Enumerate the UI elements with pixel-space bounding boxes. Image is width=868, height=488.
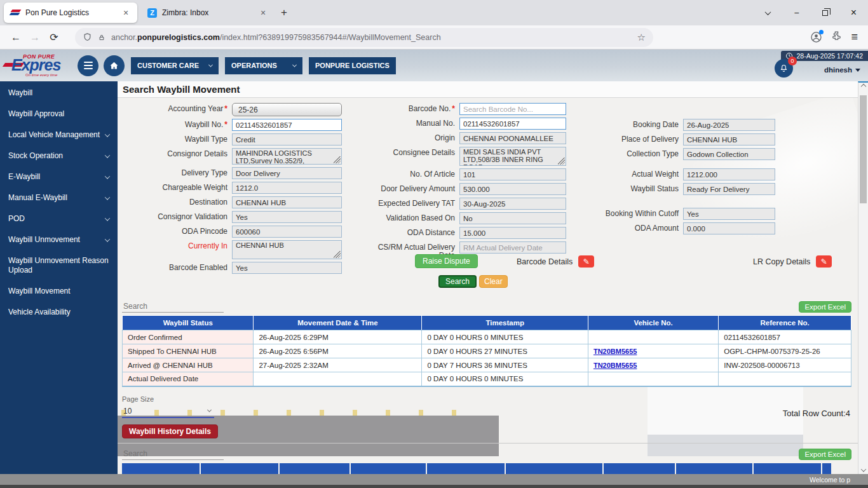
account-icon[interactable] [810, 31, 822, 43]
close-window-button[interactable]: × [839, 0, 868, 25]
form-field-accounting-year: Accounting Year*25-26 [122, 103, 342, 116]
raise-dispute-button[interactable]: Raise Dispute [415, 254, 478, 268]
sidebar-item-waybill[interactable]: Waybill [0, 83, 118, 104]
form-field-manual-no: Manual No. [362, 118, 566, 130]
zimbra-favicon: Z [147, 8, 157, 18]
new-tab-button[interactable]: + [275, 3, 294, 22]
chevron-down-icon [105, 132, 110, 137]
main-content: Search Waybill Movement Accounting Year*… [118, 81, 858, 474]
field-label: Booking Date [597, 119, 683, 129]
chevron-down-icon [105, 194, 110, 200]
history-column-header [122, 463, 200, 475]
barcode-details-edit-button[interactable]: ✎ [578, 255, 594, 268]
minimize-button[interactable]: − [782, 0, 811, 25]
sidebar-item-vehicle-availability[interactable]: Vehicle Availability [0, 302, 118, 323]
browser-menu-icon[interactable]: ≡ [851, 30, 858, 44]
field-label: Waybill Type [122, 133, 232, 144]
field-input-waybill-no[interactable] [232, 119, 342, 131]
nav-customer-care[interactable]: CUSTOMER CARE [131, 57, 219, 74]
sidebar-item-waybill-movement[interactable]: Waybill Movement [0, 281, 118, 302]
field-label: Consignor Details [122, 148, 232, 158]
cell-movement-datetime: 27-Aug-2025 2:32AM [254, 358, 422, 372]
home-button[interactable] [104, 55, 125, 76]
field-input-manual-no[interactable] [459, 118, 566, 130]
form-gap [597, 198, 775, 205]
form-field-waybill-no: Waybill No.* [122, 119, 342, 131]
field-input-waybill-status [683, 183, 775, 195]
nav-operations[interactable]: OPERATIONS [225, 57, 302, 74]
sidebar-item-label: Waybill Unmovement [8, 235, 80, 245]
lock-icon[interactable] [97, 33, 106, 42]
sidebar-item-label: Waybill [8, 88, 32, 98]
sidebar-item-waybill-approval[interactable]: Waybill Approval [0, 104, 118, 125]
restore-button[interactable] [811, 0, 839, 25]
forward-icon[interactable]: → [25, 28, 44, 47]
field-label: Chargeable Weight [122, 182, 232, 192]
vehicle-link[interactable]: TN20BM5655 [593, 362, 637, 369]
history-column-header [604, 463, 675, 475]
form-field-collection-type: Collection Type [597, 148, 775, 160]
nav-ponpure-logistics[interactable]: PONPURE LOGISTICS [309, 57, 396, 74]
field-label: ODA Amount [597, 222, 683, 233]
form-field-expected-delivery-tat: Expected Delivery TAT [362, 198, 566, 210]
field-input-barcode-no[interactable] [459, 103, 566, 115]
required-star: * [452, 104, 455, 113]
clear-button[interactable]: Clear [479, 275, 508, 288]
vehicle-link[interactable]: TN20BM5655 [593, 348, 637, 355]
notifications-button[interactable]: 0 [775, 59, 793, 78]
history-search-input[interactable] [122, 448, 224, 460]
results-search-input[interactable] [122, 301, 224, 313]
column-header-timestamp: Timestamp [422, 316, 588, 330]
history-column-header [280, 463, 349, 475]
field-input-collection-type [683, 148, 775, 160]
bell-icon [779, 64, 789, 73]
movement-table-head: Waybill StatusMovement Date & TimeTimest… [123, 316, 851, 330]
export-excel-button[interactable]: Export Excel [799, 301, 851, 313]
form-field-delivery-type: Delivery Type [122, 167, 342, 179]
cell-reference-no: OGPL-CHPM-0075379-25-26 [719, 344, 851, 358]
waybill-history-details-button[interactable]: Waybill History Details [122, 424, 218, 438]
sidebar-item-label: POD [8, 214, 25, 224]
user-menu[interactable]: dhinesh [824, 66, 860, 74]
tab-zimbra-inbox[interactable]: Z Zimbra: Inbox × [141, 3, 275, 23]
tab-pon-pure-logistics[interactable]: Pon Pure Logistics × [4, 3, 137, 23]
column-header-vehicle-no: Vehicle No. [588, 316, 718, 330]
extensions-puzzle-icon[interactable] [831, 30, 842, 44]
scroll-up-icon[interactable] [858, 85, 868, 88]
close-tab-icon[interactable]: × [121, 8, 131, 18]
field-input-expected-delivery-tat [459, 198, 566, 210]
history-export-excel-button[interactable]: Export Excel [799, 449, 851, 460]
field-select-accounting-year[interactable]: 25-26 [232, 103, 342, 116]
scrollbar-thumb[interactable] [860, 95, 867, 203]
page-size-select[interactable]: 10 [122, 405, 214, 418]
scroll-down-icon[interactable] [858, 468, 868, 472]
sidebar-item-manual-e-waybill[interactable]: Manual E-Waybill [0, 187, 118, 208]
shield-icon[interactable] [83, 32, 92, 42]
reload-icon[interactable]: ⟳ [44, 28, 64, 47]
chevron-down-icon [207, 408, 212, 412]
close-tab-icon[interactable]: × [258, 8, 268, 18]
address-bar[interactable]: anchor.ponpurelogistics.com/index.html?6… [75, 28, 653, 47]
tab-list-chevron-icon[interactable] [754, 0, 782, 25]
field-input-delivery-type [232, 167, 342, 179]
field-label: Manual No. [362, 118, 459, 128]
chevron-down-icon [105, 152, 110, 158]
sidebar-item-local-vehicle-management[interactable]: Local Vehicle Management [0, 125, 118, 146]
bookmark-star-icon[interactable]: ☆ [637, 32, 646, 43]
sidebar-item-e-waybill[interactable]: E-Waybill [0, 166, 118, 187]
required-star: * [224, 120, 227, 129]
sidebar-item-label: Vehicle Availability [8, 308, 71, 317]
sidebar-item-pod[interactable]: POD [0, 208, 118, 229]
sidebar-item-waybill-unmovement-reason-upload[interactable]: Waybill Unmovement Reason Upload [0, 250, 118, 281]
back-icon[interactable]: ← [6, 28, 25, 47]
field-label: ODA Pincode [122, 226, 232, 236]
sidebar-item-stock-operation[interactable]: Stock Operation [0, 146, 118, 166]
page-scrollbar[interactable] [858, 81, 868, 474]
search-button[interactable]: Search [438, 275, 477, 288]
sidebar-item-waybill-unmovement[interactable]: Waybill Unmovement [0, 229, 118, 250]
field-textarea-consignor-details: MAHINDRA LOGISTICS LTD,Survey No.352/9, … [232, 148, 342, 165]
lr-copy-details-edit-button[interactable]: ✎ [816, 255, 832, 268]
field-label: Door Delivery Amount [362, 183, 459, 193]
page-size-label: Page Size [122, 395, 214, 403]
menu-toggle-button[interactable] [78, 55, 98, 76]
